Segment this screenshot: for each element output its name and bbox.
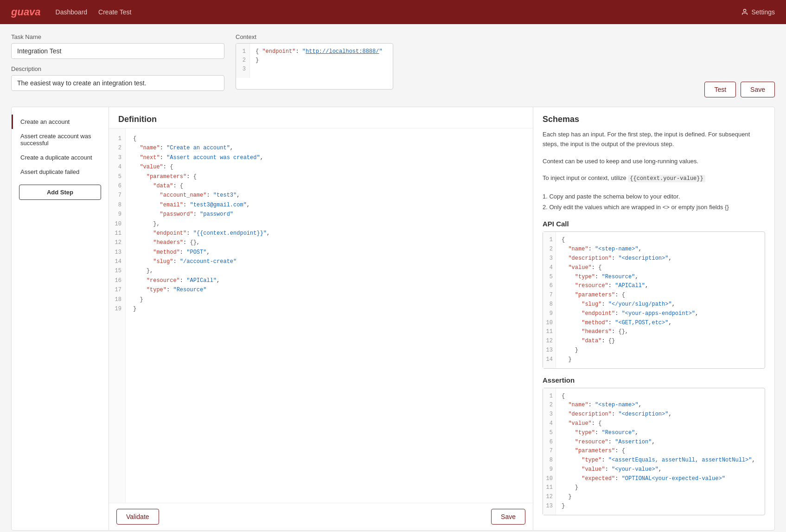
schemas-title: Schemas (543, 115, 765, 124)
settings-label: Settings (751, 8, 775, 16)
api-schema-code: { "name": "<step-name>", "description": … (556, 232, 765, 368)
validate-button[interactable]: Validate (116, 509, 159, 525)
task-name-group: Task Name (11, 33, 224, 59)
settings-link[interactable]: Settings (741, 8, 775, 16)
context-area: Context 123 { "endpoint": "http://localh… (236, 33, 393, 90)
nav-dashboard[interactable]: Dashboard (56, 8, 88, 16)
save-button-top[interactable]: Save (741, 82, 775, 97)
description-group: Description (11, 65, 224, 91)
def-code-content: { "name": "Create an account", "next": "… (126, 128, 533, 503)
app-logo: guava (11, 6, 41, 18)
assertion-schema-code: { "name": "<step-name>", "description": … (556, 388, 765, 515)
context-code: { "endpoint": "http://localhost:8888/" } (250, 44, 393, 78)
nav-create-test[interactable]: Create Test (98, 8, 131, 16)
assertion-schema: 12345678910111213 { "name": "<step-name>… (543, 388, 765, 515)
task-name-input[interactable] (11, 43, 224, 59)
step-item-3[interactable]: Create a duplicate account (12, 150, 109, 165)
assertion-schema-line-nums: 12345678910111213 (543, 388, 556, 515)
definition-area: Definition 12345678910111213141516171819… (109, 107, 533, 530)
definition-title: Definition (109, 107, 533, 128)
context-line-numbers: 123 (236, 44, 250, 78)
step-item-4[interactable]: Assert duplicate failed (12, 165, 109, 179)
task-name-label: Task Name (11, 33, 224, 40)
assertion-title: Assertion (543, 376, 765, 384)
steps-sidebar: Create an account Assert create account … (12, 107, 109, 530)
context-code-inline: {{context.your-value}} (628, 175, 705, 182)
schemas-desc2: Context can be used to keep and use long… (543, 157, 765, 167)
top-form: Task Name Description Context 123 { "end… (11, 33, 775, 97)
save-button-def[interactable]: Save (491, 509, 525, 525)
bottom-panel: Create an account Assert create account … (11, 107, 775, 531)
schemas-desc3: To inject input or context, utilize {{co… (543, 173, 765, 183)
api-call-schema: 1234567891011121314 { "name": "<step-nam… (543, 231, 765, 368)
svg-point-0 (744, 9, 746, 12)
add-step-button[interactable]: Add Step (19, 185, 101, 200)
top-buttons: Test Save (704, 82, 775, 97)
step-item-2[interactable]: Assert create account was successful (12, 129, 109, 150)
schemas-area: Schemas Each step has an input. For the … (533, 107, 774, 530)
app-header: guava Dashboard Create Test Settings (0, 0, 786, 24)
step-item-1[interactable]: Create an account (12, 115, 109, 129)
context-label: Context (236, 33, 393, 40)
def-line-numbers: 12345678910111213141516171819 (109, 128, 126, 503)
description-input[interactable] (11, 75, 224, 91)
definition-footer: Validate Save (109, 503, 533, 530)
main-content: Task Name Description Context 123 { "end… (0, 24, 786, 532)
form-left: Task Name Description (11, 33, 224, 97)
test-button[interactable]: Test (704, 82, 736, 97)
schemas-desc1: Each step has an input. For the first st… (543, 130, 765, 149)
api-call-title: API Call (543, 220, 765, 228)
context-editor[interactable]: 123 { "endpoint": "http://localhost:8888… (236, 43, 393, 90)
user-icon (741, 8, 748, 16)
schema-list-item2: 2. Only edit the values which are wrappe… (543, 202, 765, 212)
schema-list-item1: 1. Copy and paste the schema below to yo… (543, 191, 765, 202)
description-label: Description (11, 65, 224, 72)
api-schema-line-nums: 1234567891011121314 (543, 232, 556, 368)
definition-editor[interactable]: 12345678910111213141516171819 { "name": … (109, 128, 533, 503)
